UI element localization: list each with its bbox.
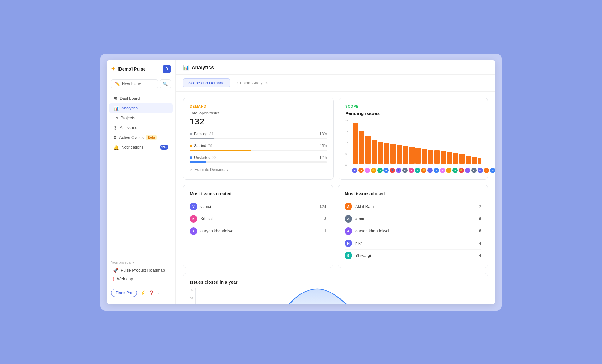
count-nikhil: 4	[479, 241, 481, 245]
bar-avatar: G	[377, 168, 383, 173]
issue-row-kritikal: K Kritikal 2	[190, 213, 326, 225]
scope-card: SCOPE Pending issues 20 15 10 5 0	[339, 98, 488, 180]
bar-avatar: A	[465, 168, 470, 173]
svg-rect-8	[403, 146, 408, 164]
sidebar-item-notifications[interactable]: 🔔 Notifications 99+	[109, 143, 173, 152]
backlog-bar-bg	[190, 138, 327, 139]
unstarted-left: Unstarted 22	[190, 156, 216, 160]
analytics-icon: 📊	[114, 106, 119, 111]
chevron-down-icon: ▾	[132, 261, 134, 265]
cards-row-2: Most issues created V vamsi 174 K Kritik…	[183, 185, 488, 268]
y-label-5: 5	[345, 153, 348, 156]
all-issues-icon: ◎	[114, 125, 117, 130]
sidebar-item-all-issues[interactable]: ◎ All Issues	[109, 123, 173, 132]
app-title: [Demo] Pulse	[118, 66, 145, 71]
svg-rect-11	[422, 149, 427, 164]
triangle-icon: △	[190, 167, 193, 172]
bar-avatar: V	[484, 168, 489, 173]
project-item-pulse[interactable]: 🚀 Pulse Product Roadmap	[111, 266, 171, 275]
sidebar-item-projects[interactable]: 🗂 Projects	[109, 113, 173, 123]
avatar[interactable]: D	[163, 65, 171, 73]
new-issue-button[interactable]: ✏️ New Issue	[111, 79, 158, 88]
avatar-shivangi: S	[345, 252, 352, 259]
svg-rect-0	[353, 123, 358, 164]
started-pct: 45%	[319, 144, 327, 148]
bar-avatar: B	[352, 168, 357, 173]
sidebar-footer: Plane Pro ⚡ ❓ ←	[107, 285, 175, 299]
sidebar-item-analytics[interactable]: 📊 Analytics	[109, 103, 173, 113]
avatar-aman: A	[345, 215, 352, 223]
sidebar-item-label: Active Cycles	[119, 135, 144, 140]
issue-row-aaryan-closed: A aaryan.khandelwal 6	[345, 225, 481, 237]
sidebar-item-label: All Issues	[120, 125, 137, 130]
new-issue-label: New Issue	[122, 82, 141, 86]
help-icon[interactable]: ❓	[149, 290, 154, 295]
started-header: Started 79 45%	[190, 144, 327, 148]
sidebar-header: ✦ [Demo] Pulse D	[107, 65, 175, 77]
estimate-row: △ Estimate Demand: /	[190, 167, 327, 172]
app-logo: ✦ [Demo] Pulse	[111, 66, 145, 72]
svg-rect-12	[428, 150, 433, 164]
svg-rect-15	[447, 152, 452, 164]
count-vamsi: 174	[319, 204, 326, 209]
demand-subtitle: Total open tasks	[190, 111, 327, 115]
backlog-dot	[190, 133, 192, 135]
username-shivangi: Shivangi	[355, 253, 371, 258]
bar-avatar: S	[440, 168, 445, 173]
projects-label[interactable]: Your projects ▾	[111, 261, 171, 265]
unstarted-header: Unstarted 22 12%	[190, 156, 327, 160]
page-title: Analytics	[192, 65, 214, 71]
project-item-webapp[interactable]: ! Web app	[111, 275, 171, 283]
backlog-progress-row: Backlog 31 18%	[190, 132, 327, 139]
analytics-header-icon: 📊	[183, 65, 189, 71]
bar-avatar: 👤	[390, 168, 395, 173]
line-y-axis: 35 30 25 20 15	[190, 288, 193, 304]
line-y-30: 30	[190, 297, 193, 300]
tab-custom-analytics[interactable]: Custom Analytics	[232, 78, 274, 87]
pending-bar-chart	[352, 120, 481, 167]
sidebar-item-label: Notifications	[121, 145, 144, 150]
logo-icon: ✦	[111, 66, 115, 72]
tab-scope-demand[interactable]: Scope and Demand	[183, 78, 230, 87]
bar-avatar: N	[478, 168, 483, 173]
avatar-aaryan: A	[190, 227, 197, 235]
bar-avatar: 😊	[421, 168, 426, 173]
unstarted-label: Unstarted	[194, 156, 210, 160]
notifications-icon: 🔔	[114, 145, 119, 150]
issue-row-nikhil: N nikhil 4	[345, 237, 481, 250]
lightning-icon[interactable]: ⚡	[140, 290, 145, 295]
unstarted-progress-row: Unstarted 22 12%	[190, 156, 327, 163]
plane-pro-button[interactable]: Plane Pro	[111, 289, 137, 297]
estimate-value: /	[227, 167, 228, 172]
started-count: 79	[208, 144, 212, 148]
avatar-vamsi: V	[190, 203, 197, 210]
avatar-akhil: A	[345, 203, 352, 210]
bar-avatar: S	[415, 168, 420, 173]
username-akhil: Akhil Ram	[355, 204, 374, 209]
projects-section: Your projects ▾ 🚀 Pulse Product Roadmap …	[107, 258, 175, 285]
unstarted-bar-bg	[190, 161, 327, 163]
outer-container: ✦ [Demo] Pulse D ✏️ New Issue 🔍 ⊞ Dashbo…	[100, 54, 502, 311]
search-button[interactable]: 🔍	[160, 79, 171, 88]
sidebar-item-active-cycles[interactable]: ⧗ Active Cycles Beta	[109, 133, 173, 142]
pencil-icon: ✏️	[115, 82, 120, 86]
count-akhil: 7	[479, 204, 481, 209]
count-aman: 6	[479, 216, 481, 221]
svg-rect-9	[409, 147, 415, 164]
project-label: Web app	[117, 277, 133, 281]
back-icon[interactable]: ←	[157, 290, 161, 295]
sidebar-item-label: Projects	[120, 115, 135, 120]
bar-avatar: 😎	[459, 168, 464, 173]
issues-closed-year-card: Issues closed in a year 35 30 25 20 15	[183, 273, 488, 304]
svg-rect-14	[441, 151, 446, 164]
bar-avatar: S	[434, 168, 439, 173]
username-aaryan-closed: aaryan.khandelwal	[355, 229, 389, 233]
unstarted-pct: 12%	[319, 156, 327, 160]
dashboard-icon: ⊞	[114, 96, 117, 101]
projects-icon: 🗂	[114, 115, 118, 120]
most-created-title: Most issues created	[190, 191, 326, 196]
most-closed-card: Most issues closed A Akhil Ram 7 A aman …	[338, 185, 488, 268]
svg-rect-2	[365, 136, 371, 164]
line-chart-svg	[196, 288, 481, 304]
sidebar-item-dashboard[interactable]: ⊞ Dashboard	[109, 94, 173, 103]
